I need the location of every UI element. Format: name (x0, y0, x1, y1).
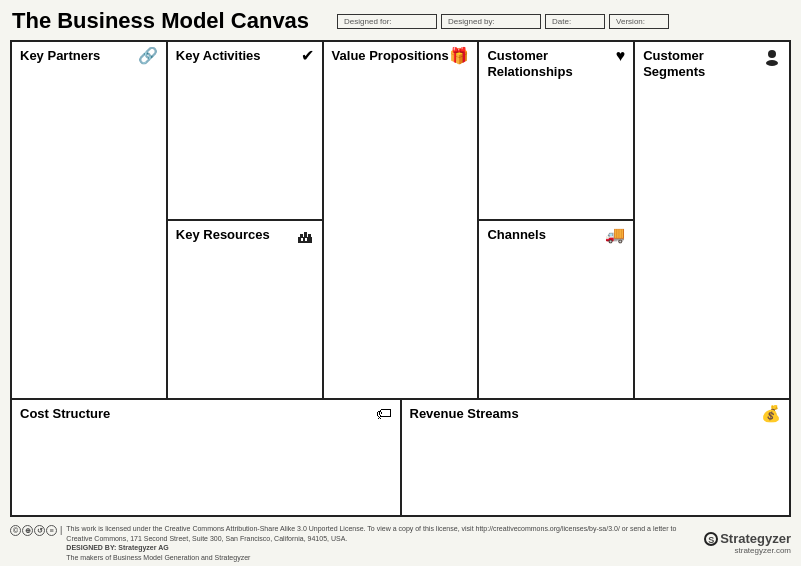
designed-by-label: DESIGNED BY: Strategyzer AG (66, 544, 168, 551)
strategyzer-brand: Strategyzer (720, 531, 791, 546)
customer-segments-icon (763, 48, 781, 69)
cc-icons: © ⊕ ↺ ≡ | (10, 525, 62, 536)
svg-rect-5 (305, 238, 307, 241)
page-title: The Business Model Canvas (12, 8, 309, 34)
cc-notice: This work is licensed under the Creative… (66, 524, 704, 544)
cc-separator: | (60, 525, 62, 536)
key-partners-title: Key Partners (20, 48, 100, 64)
key-activities-section: Key Activities ✔ (168, 42, 322, 221)
cost-structure-header: Cost Structure 🏷 (20, 406, 392, 422)
footer-left: © ⊕ ↺ ≡ | This work is licensed under th… (10, 524, 704, 563)
makers-label: The makers of Business Model Generation … (66, 553, 704, 563)
canvas-main-area: Key Partners 🔗 Key Activities ✔ Key Reso (12, 42, 789, 400)
svg-point-6 (768, 50, 776, 58)
strategyzer-url: strategyzer.com (704, 546, 791, 555)
customer-segments-header: Customer Segments (643, 48, 781, 79)
customer-relationships-icon: ♥ (616, 48, 626, 64)
header-fields: Designed for: Designed by: Date: Version… (337, 14, 789, 29)
version-field[interactable]: Version: (609, 14, 669, 29)
key-partners-icon: 🔗 (138, 48, 158, 64)
designed-by-field[interactable]: Designed by: (441, 14, 541, 29)
revenue-streams-section: Revenue Streams 💰 (402, 400, 790, 515)
channels-icon: 🚚 (605, 227, 625, 243)
cost-structure-column: Cost Structure 🏷 (12, 400, 402, 515)
page-header: The Business Model Canvas Designed for: … (0, 0, 801, 38)
customer-segments-section: Customer Segments (635, 42, 789, 398)
svg-rect-3 (308, 234, 311, 237)
key-resources-section: Key Resources (168, 221, 322, 398)
revenue-streams-icon: 💰 (761, 406, 781, 422)
key-resources-header: Key Resources (176, 227, 314, 248)
designed-for-field[interactable]: Designed for: (337, 14, 437, 29)
cc-icon-by: ⊕ (22, 525, 33, 536)
relationships-channels-column: Customer Relationships ♥ Channels 🚚 (479, 42, 635, 398)
key-partners-section: Key Partners 🔗 (12, 42, 166, 398)
key-resources-title: Key Resources (176, 227, 270, 243)
cc-icon-nd: ≡ (46, 525, 57, 536)
date-field[interactable]: Date: (545, 14, 605, 29)
key-partners-column: Key Partners 🔗 (12, 42, 168, 398)
cc-icon-cc: © (10, 525, 21, 536)
value-propositions-column: Value Propositions 🎁 (324, 42, 480, 398)
strategyzer-logo-circle: S (704, 532, 718, 546)
revenue-streams-column: Revenue Streams 💰 (402, 400, 790, 515)
cc-icon-sa: ↺ (34, 525, 45, 536)
date-label: Date: (552, 17, 598, 26)
page-footer: © ⊕ ↺ ≡ | This work is licensed under th… (0, 521, 801, 566)
key-resources-content: Key Resources (168, 221, 322, 398)
designed-for-label: Designed for: (344, 17, 430, 26)
footer-text-block: This work is licensed under the Creative… (66, 524, 704, 563)
svg-rect-1 (300, 234, 303, 237)
strategyzer-logo: S Strategyzer (704, 531, 791, 546)
customer-segments-column: Customer Segments (635, 42, 789, 398)
customer-relationships-title: Customer Relationships (487, 48, 615, 79)
cost-structure-title: Cost Structure (20, 406, 110, 422)
cost-structure-section: Cost Structure 🏷 (12, 400, 400, 515)
customer-segments-title: Customer Segments (643, 48, 763, 79)
revenue-streams-title: Revenue Streams (410, 406, 519, 422)
key-activities-title: Key Activities (176, 48, 261, 64)
key-activities-header: Key Activities ✔ (176, 48, 314, 64)
value-propositions-header: Value Propositions 🎁 (332, 48, 470, 64)
value-propositions-icon: 🎁 (449, 48, 469, 64)
canvas-bottom-area: Cost Structure 🏷 Revenue Streams 💰 (12, 400, 789, 515)
version-label: Version: (616, 17, 662, 26)
footer-right: S Strategyzer strategyzer.com (704, 531, 791, 555)
svg-rect-2 (304, 232, 307, 237)
customer-relationships-header: Customer Relationships ♥ (487, 48, 625, 79)
key-activities-icon: ✔ (301, 48, 314, 64)
revenue-streams-header: Revenue Streams 💰 (410, 406, 782, 422)
key-activities-content: Key Activities ✔ (168, 42, 322, 219)
value-propositions-section: Value Propositions 🎁 (324, 42, 478, 398)
svg-point-7 (766, 60, 778, 66)
customer-relationships-section: Customer Relationships ♥ (479, 42, 633, 221)
channels-content: Channels 🚚 (479, 221, 633, 398)
cost-structure-icon: 🏷 (376, 406, 392, 422)
channels-header: Channels 🚚 (487, 227, 625, 243)
key-partners-header: Key Partners 🔗 (20, 48, 158, 64)
channels-title: Channels (487, 227, 546, 243)
activities-resources-column: Key Activities ✔ Key Resources (168, 42, 324, 398)
designed-by-label: Designed by: (448, 17, 534, 26)
key-resources-icon (296, 227, 314, 248)
svg-rect-4 (301, 238, 303, 241)
customer-relationships-content: Customer Relationships ♥ (479, 42, 633, 219)
channels-section: Channels 🚚 (479, 221, 633, 398)
business-model-canvas: Key Partners 🔗 Key Activities ✔ Key Reso (10, 40, 791, 517)
value-propositions-title: Value Propositions (332, 48, 449, 64)
